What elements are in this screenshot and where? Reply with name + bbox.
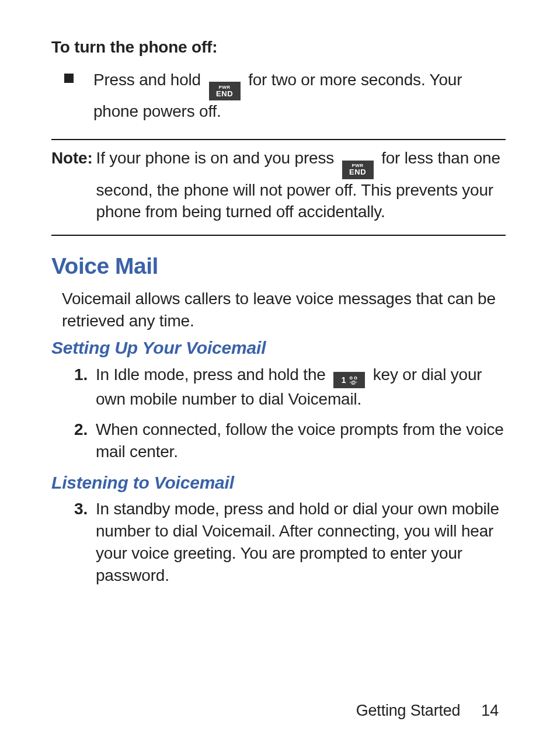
page-number: 14 — [481, 702, 499, 719]
note-label: Note: — [51, 147, 93, 223]
bullet-item: Press and hold PWREND for two or more se… — [64, 69, 506, 123]
bullet-text-before: Press and hold — [93, 71, 206, 89]
listen-list: 3. In standby mode, press and hold or di… — [51, 498, 506, 586]
turn-off-heading: To turn the phone off: — [51, 36, 506, 58]
pwr-end-key-icon: PWREND — [342, 161, 374, 179]
setup-voicemail-heading: Setting Up Your Voicemail — [51, 336, 506, 360]
step-number: 1. — [62, 364, 88, 386]
pwr-end-key-icon: PWREND — [209, 82, 241, 100]
listening-voicemail-heading: Listening to Voicemail — [51, 471, 506, 495]
manual-page: To turn the phone off: Press and hold PW… — [0, 0, 557, 756]
note-before: If your phone is on and you press — [96, 149, 339, 167]
step1-before: In Idle mode, press and hold the — [96, 365, 330, 384]
step-number: 2. — [62, 419, 88, 441]
page-footer: Getting Started14 — [356, 700, 499, 721]
turn-off-bullet-block: Press and hold PWREND for two or more se… — [51, 69, 506, 123]
step-body: When connected, follow the voice prompts… — [96, 419, 506, 463]
list-item: 1. In Idle mode, press and hold the 1o o… — [62, 364, 506, 410]
step-body: In standby mode, press and hold or dial … — [96, 498, 506, 586]
square-bullet-icon — [64, 74, 74, 83]
note-body: If your phone is on and you press PWREND… — [96, 147, 506, 223]
note-box: Note: If your phone is on and you press … — [51, 139, 506, 236]
list-item: 3. In standby mode, press and hold or di… — [62, 498, 506, 586]
setup-list: 1. In Idle mode, press and hold the 1o o… — [51, 364, 506, 463]
footer-section: Getting Started — [356, 702, 461, 719]
list-item: 2. When connected, follow the voice prom… — [62, 419, 506, 463]
step-number: 3. — [62, 498, 88, 520]
one-key-icon: 1o o∙@∙ — [333, 372, 365, 388]
voicemail-intro: Voicemail allows callers to leave voice … — [51, 288, 506, 332]
voicemail-heading: Voice Mail — [51, 251, 506, 282]
bullet-text: Press and hold PWREND for two or more se… — [93, 69, 506, 123]
step-body: In Idle mode, press and hold the 1o o∙@∙… — [96, 364, 506, 410]
